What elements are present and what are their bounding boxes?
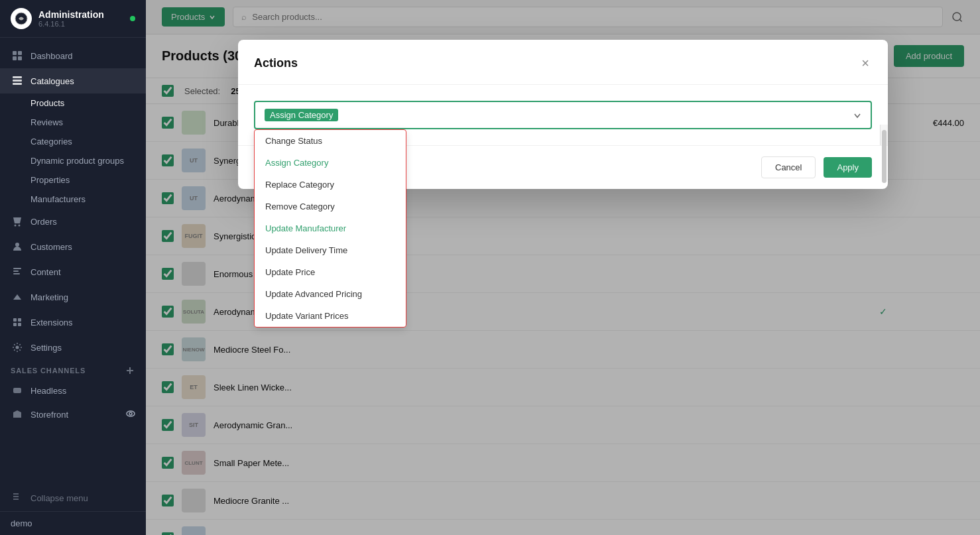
sidebar-item-extensions[interactable]: Extensions	[0, 310, 146, 335]
sidebar-nav: Dashboard Catalogues Products Reviews	[0, 38, 146, 485]
svg-rect-5	[13, 76, 22, 78]
extensions-icon	[11, 316, 24, 329]
svg-point-18	[16, 346, 19, 349]
sidebar-item-label: Orders	[31, 217, 57, 227]
dashboard-icon	[11, 49, 24, 62]
eye-icon[interactable]	[126, 409, 135, 420]
sidebar-item-orders[interactable]: Orders	[0, 209, 146, 234]
svg-point-21	[129, 412, 132, 415]
dropdown-item-update-advanced-pricing[interactable]: Update Advanced Pricing	[255, 283, 406, 305]
add-sales-channel-button[interactable]	[125, 365, 135, 376]
action-dropdown-list: Change Status Assign Category Replace Ca…	[254, 129, 406, 327]
dropdown-item-replace-category[interactable]: Replace Category	[255, 174, 406, 196]
marketing-icon	[11, 290, 24, 304]
sidebar: Administration 6.4.16.1 Dashboard	[0, 0, 146, 535]
modal-close-button[interactable]: ×	[859, 53, 872, 74]
app-version: 6.4.16.1	[38, 20, 104, 28]
content-icon	[11, 265, 24, 278]
action-select-trigger[interactable]: Assign Category	[254, 101, 872, 129]
sidebar-item-label: Extensions	[31, 318, 73, 327]
main-content: Products ⌕ Products (3000) Dutch Add pro…	[146, 0, 980, 535]
orders-icon	[11, 215, 24, 228]
sidebar-item-settings[interactable]: Settings	[0, 335, 146, 360]
svg-rect-19	[13, 388, 21, 393]
sidebar-item-label: Catalogues	[31, 76, 74, 86]
svg-rect-3	[13, 56, 17, 60]
sidebar-item-label: Settings	[31, 343, 62, 353]
catalogues-icon	[11, 74, 24, 88]
svg-rect-13	[13, 273, 20, 274]
sales-channels-header: Sales Channels	[0, 360, 146, 379]
svg-rect-17	[18, 323, 21, 326]
customers-icon	[11, 240, 24, 253]
sidebar-item-label: Marketing	[31, 292, 68, 302]
sidebar-item-label: Content	[31, 267, 61, 277]
svg-rect-11	[13, 268, 21, 269]
svg-rect-6	[13, 80, 22, 82]
user-profile[interactable]: demo	[0, 511, 146, 535]
sidebar-item-headless[interactable]: Headless	[0, 379, 146, 402]
sidebar-sub-menu: Products Reviews Categories Dynamic prod…	[0, 93, 146, 209]
action-select-container: Assign Category Change Status Assign Cat…	[254, 101, 872, 129]
scroll-thumb	[882, 130, 887, 183]
scroll-track[interactable]	[880, 125, 888, 145]
settings-icon	[11, 341, 24, 354]
actions-modal: Actions × Assign Category Change St	[238, 40, 888, 189]
svg-point-20	[127, 411, 135, 416]
collapse-menu-button[interactable]: Collapse menu	[0, 485, 146, 511]
dropdown-item-update-variant-prices[interactable]: Update Variant Prices	[255, 305, 406, 327]
svg-rect-14	[13, 318, 17, 322]
modal-title: Actions	[254, 56, 298, 70]
sidebar-item-dynamic-product-groups[interactable]: Dynamic product groups	[31, 151, 146, 170]
app-name: Administration	[38, 9, 104, 21]
svg-rect-7	[13, 83, 22, 85]
svg-point-9	[19, 225, 21, 227]
status-dot	[130, 16, 135, 21]
sidebar-header: Administration 6.4.16.1	[0, 0, 146, 38]
svg-point-10	[15, 243, 19, 247]
sidebar-item-label: Customers	[31, 242, 72, 252]
modal-header: Actions ×	[238, 40, 888, 85]
sidebar-item-products[interactable]: Products	[31, 93, 146, 113]
sidebar-item-categories[interactable]: Categories	[31, 132, 146, 151]
apply-button[interactable]: Apply	[824, 157, 872, 178]
cancel-button[interactable]: Cancel	[761, 156, 816, 178]
dropdown-item-assign-category[interactable]: Assign Category	[255, 152, 406, 174]
dropdown-item-update-delivery-time[interactable]: Update Delivery Time	[255, 239, 406, 261]
sidebar-item-manufacturers[interactable]: Manufacturers	[31, 190, 146, 209]
sidebar-item-properties[interactable]: Properties	[31, 170, 146, 190]
svg-rect-12	[13, 270, 19, 272]
collapse-icon	[11, 491, 24, 505]
svg-rect-15	[18, 318, 21, 322]
sidebar-item-label: Dashboard	[31, 51, 73, 61]
dropdown-item-change-status[interactable]: Change Status	[255, 130, 406, 152]
headless-icon	[11, 384, 24, 397]
sidebar-item-dashboard[interactable]: Dashboard	[0, 43, 146, 68]
sidebar-item-customers[interactable]: Customers	[0, 234, 146, 259]
sidebar-item-content[interactable]: Content	[0, 259, 146, 284]
dropdown-item-remove-category[interactable]: Remove Category	[255, 196, 406, 217]
dropdown-item-update-price[interactable]: Update Price	[255, 261, 406, 283]
sidebar-item-catalogues[interactable]: Catalogues	[0, 68, 146, 93]
modal-body: Assign Category Change Status Assign Cat…	[238, 85, 888, 145]
sidebar-item-storefront[interactable]: Storefront	[0, 402, 146, 426]
svg-rect-4	[18, 56, 22, 60]
sidebar-item-marketing[interactable]: Marketing	[0, 284, 146, 310]
dropdown-item-update-manufacturer[interactable]: Update Manufacturer	[255, 217, 406, 239]
svg-rect-16	[13, 323, 17, 326]
app-logo	[11, 8, 32, 29]
selected-action-label: Assign Category	[265, 109, 338, 121]
sidebar-item-reviews[interactable]: Reviews	[31, 113, 146, 132]
svg-point-8	[15, 225, 17, 227]
modal-overlay: Actions × Assign Category Change St	[146, 0, 980, 535]
svg-rect-1	[13, 51, 17, 55]
storefront-icon	[11, 408, 24, 421]
svg-rect-2	[18, 51, 22, 55]
